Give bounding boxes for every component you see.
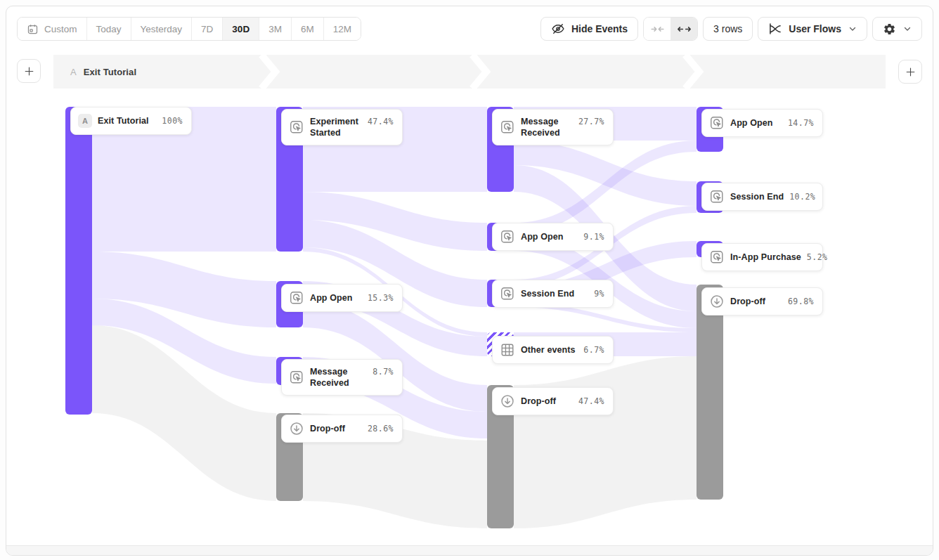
plus-icon <box>23 65 35 77</box>
rows-button[interactable]: 3 rows <box>703 17 753 41</box>
event-icon <box>289 119 304 135</box>
date-range-6m[interactable]: 6M <box>292 18 324 40</box>
flow-bar-drop-off-4[interactable] <box>697 285 723 500</box>
add-step-left-button[interactable] <box>17 59 41 83</box>
step-separator-chevron <box>469 55 491 89</box>
node-label: App Open <box>730 118 773 128</box>
chevron-down-icon <box>848 25 857 33</box>
flow-node-message-received-3[interactable]: Message Received27.7% <box>492 109 614 145</box>
date-range-today[interactable]: Today <box>87 18 131 40</box>
node-percent: 8.7% <box>373 367 394 377</box>
step-separator-chevron <box>682 55 704 89</box>
date-range-selector: CustomTodayYesterday7D30D3M6M12M <box>17 17 361 41</box>
node-percent: 5.2% <box>807 252 828 262</box>
flow-node-drop-off-2[interactable]: Drop-off28.6% <box>281 415 403 443</box>
view-selector-label: User Flows <box>789 23 841 34</box>
step-header-bar[interactable]: A Exit Tutorial <box>53 55 886 89</box>
hide-events-button[interactable]: Hide Events <box>540 17 638 41</box>
node-label: Drop-off <box>310 424 345 434</box>
flow-node-session-end-4[interactable]: Session End10.2% <box>701 183 823 211</box>
flow-node-drop-off-3[interactable]: Drop-off47.4% <box>492 387 614 415</box>
node-label: Drop-off <box>730 297 765 306</box>
date-range-3m[interactable]: 3M <box>259 18 292 40</box>
node-percent: 9% <box>594 289 604 299</box>
node-label: Experiment Started <box>310 116 362 139</box>
event-icon <box>709 249 725 265</box>
rows-label: 3 rows <box>713 23 742 34</box>
user-flows-chart-icon <box>768 22 782 36</box>
step-badge: A <box>70 67 77 77</box>
calendar-icon <box>27 23 39 35</box>
flow-node-app-open-2[interactable]: App Open15.3% <box>281 284 403 312</box>
expand-arrows-icon <box>677 22 692 37</box>
node-percent: 47.4% <box>368 117 394 126</box>
collapse-arrows-icon <box>650 22 665 37</box>
date-range-yesterday[interactable]: Yesterday <box>131 18 193 40</box>
node-label: Session End <box>521 289 574 299</box>
node-label: Other events <box>521 345 576 355</box>
flow-node-message-received-2[interactable]: Message Received8.7% <box>281 359 403 396</box>
flow-bar-exit-tutorial[interactable] <box>65 107 92 415</box>
drop-off-icon <box>500 393 515 409</box>
node-percent: 6.7% <box>583 345 604 355</box>
toolbar: CustomTodayYesterday7D30D3M6M12M Hide Ev… <box>17 17 922 41</box>
node-label: Message Received <box>521 116 573 139</box>
event-icon <box>289 290 304 306</box>
node-percent: 69.8% <box>788 297 814 306</box>
flow-node-app-open-4[interactable]: App Open14.7% <box>701 109 823 137</box>
spacing-toggle <box>643 17 698 41</box>
date-range-30d[interactable]: 30D <box>223 18 259 40</box>
date-range-7d[interactable]: 7D <box>192 18 223 40</box>
flow-node-session-end-3[interactable]: Session End9% <box>492 280 614 308</box>
node-label: App Open <box>521 232 564 242</box>
flow-node-experiment-started[interactable]: Experiment Started47.4% <box>281 109 403 145</box>
node-label: In-App Purchase <box>730 252 801 262</box>
flow-node-other-events-3[interactable]: Other events6.7% <box>492 336 614 364</box>
chevron-down-icon <box>903 25 912 33</box>
node-label: Drop-off <box>521 396 556 406</box>
node-label: Session End <box>730 192 784 202</box>
collapse-columns-button[interactable] <box>644 18 671 40</box>
event-icon <box>500 119 515 135</box>
node-percent: 100% <box>162 116 183 126</box>
flow-node-app-open-3[interactable]: App Open9.1% <box>492 223 614 251</box>
other-events-grid-icon <box>500 342 515 358</box>
hide-events-label: Hide Events <box>571 23 628 34</box>
event-icon <box>500 286 515 301</box>
step-separator-chevron <box>259 55 280 89</box>
node-percent: 10.2% <box>789 192 815 202</box>
flow-node-in-app-purchase-4[interactable]: In-App Purchase5.2% <box>701 243 823 271</box>
event-icon <box>289 370 304 385</box>
settings-button[interactable] <box>872 17 922 41</box>
add-step-right-button[interactable] <box>898 60 922 84</box>
event-icon <box>500 229 515 245</box>
gear-icon <box>883 22 896 36</box>
node-percent: 9.1% <box>583 232 604 242</box>
expand-columns-button[interactable] <box>671 18 697 40</box>
footer-strip <box>6 545 933 555</box>
view-selector-button[interactable]: User Flows <box>758 17 867 41</box>
event-icon <box>709 189 725 204</box>
flow-node-exit-tutorial[interactable]: AExit Tutorial100% <box>70 107 192 135</box>
drop-off-icon <box>709 294 725 309</box>
date-range-custom[interactable]: Custom <box>18 18 87 40</box>
node-label: Message Received <box>310 366 367 389</box>
node-percent: 47.4% <box>578 396 604 406</box>
flow-node-drop-off-4[interactable]: Drop-off69.8% <box>701 287 823 315</box>
node-percent: 28.6% <box>368 424 394 434</box>
date-range-12m[interactable]: 12M <box>324 18 361 40</box>
node-label: App Open <box>310 293 353 303</box>
eye-off-icon <box>551 22 565 36</box>
node-label: Exit Tutorial <box>98 116 149 126</box>
drop-off-icon <box>289 421 304 436</box>
plus-icon <box>905 66 917 78</box>
event-icon <box>709 115 725 131</box>
node-percent: 15.3% <box>368 293 394 303</box>
step-title: Exit Tutorial <box>84 67 136 77</box>
node-percent: 27.7% <box>578 117 604 126</box>
step-letter-badge: A <box>78 114 92 128</box>
node-percent: 14.7% <box>788 118 814 128</box>
